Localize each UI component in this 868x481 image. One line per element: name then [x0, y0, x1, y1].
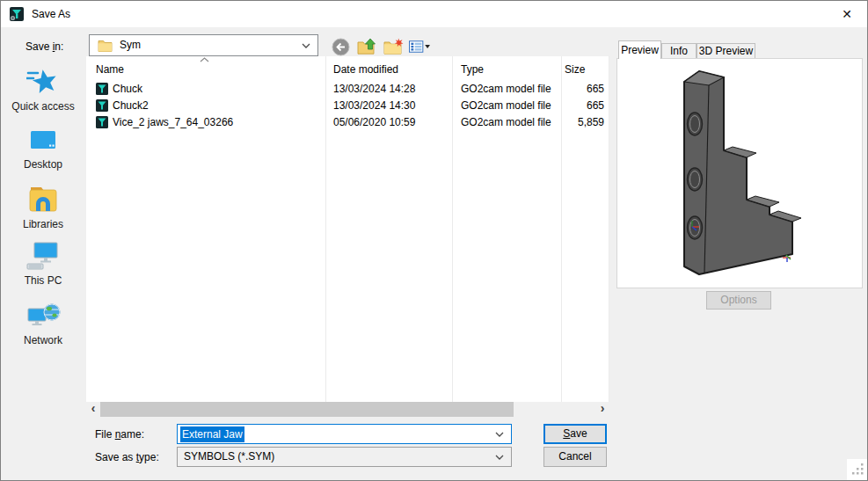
column-header-date-modified[interactable]: Date modified	[333, 63, 398, 76]
go2cam-app-icon	[9, 6, 25, 22]
quick-access-icon	[26, 66, 60, 98]
save-button[interactable]: Save	[543, 424, 607, 444]
save-as-type-value: SYMBOLS (*.SYM)	[184, 448, 274, 466]
chevron-down-icon[interactable]	[302, 43, 310, 48]
sidebar-label: This PC	[25, 274, 62, 287]
file-date-cell: 05/06/2020 10:59	[333, 114, 415, 131]
file-date-cell: 13/03/2024 14:30	[333, 98, 415, 114]
close-icon[interactable]: ✕	[827, 1, 867, 27]
view-menu-icon	[409, 40, 430, 54]
scrollbar-thumb[interactable]	[100, 402, 514, 417]
file-name-label: File name:	[95, 428, 144, 441]
column-header-size[interactable]: Size	[565, 63, 585, 76]
title-bar[interactable]: Save As ✕	[1, 1, 867, 27]
chevron-down-icon[interactable]	[495, 455, 504, 460]
file-row-vice-jaws[interactable]: Vice_2 jaws_7_64_03266 05/06/2020 10:59 …	[86, 114, 609, 131]
chevron-down-icon[interactable]	[495, 432, 504, 437]
back-button[interactable]	[330, 36, 351, 57]
file-type-cell: GO2cam model file	[461, 98, 551, 114]
column-header-name[interactable]: Name	[96, 63, 124, 76]
file-name-cell: Chuck	[96, 81, 142, 98]
desktop-icon	[26, 126, 60, 156]
go2cam-file-icon	[96, 116, 108, 128]
file-name-value[interactable]: External Jaw	[180, 426, 244, 442]
3d-model-preview[interactable]	[617, 59, 862, 288]
sidebar-item-quick-access[interactable]: Quick access	[2, 66, 84, 113]
file-list: Name Date modified Type Size Chuck 13/03…	[86, 56, 609, 417]
scroll-right-icon[interactable]: ›	[595, 402, 609, 417]
save-in-combobox[interactable]: Sym	[89, 34, 318, 56]
view-menu-button[interactable]	[409, 36, 430, 57]
file-type-cell: GO2cam model file	[461, 81, 551, 98]
resize-grip[interactable]	[847, 459, 867, 480]
back-arrow-icon	[332, 38, 350, 56]
column-header-type[interactable]: Type	[461, 63, 484, 76]
save-as-type-label: Save as type:	[95, 451, 159, 463]
file-name-input[interactable]: External Jaw	[177, 424, 512, 444]
sidebar-item-this-pc[interactable]: This PC	[2, 240, 84, 287]
save-in-value: Sym	[120, 35, 141, 55]
go2cam-file-icon	[96, 83, 108, 95]
save-as-dialog: Save As ✕ Save in: Sym	[0, 0, 868, 481]
sidebar-label: Quick access	[11, 100, 74, 113]
navigation-toolbar	[330, 35, 430, 58]
file-name-cell: Chuck2	[96, 98, 149, 114]
sidebar-label: Network	[24, 334, 62, 346]
tab-preview[interactable]: Preview	[618, 40, 661, 59]
options-button[interactable]: Options	[706, 291, 771, 310]
sort-ascending-icon	[200, 57, 209, 62]
horizontal-scrollbar[interactable]: ‹ ›	[86, 402, 609, 417]
preview-pane	[616, 58, 863, 288]
sidebar-item-network[interactable]: Network	[2, 300, 84, 346]
resize-grip-icon	[847, 459, 867, 480]
sidebar-item-libraries[interactable]: Libraries	[2, 184, 84, 230]
file-size-cell: 665	[543, 81, 604, 98]
file-row-chuck2[interactable]: Chuck2 13/03/2024 14:30 GO2cam model fil…	[86, 98, 609, 114]
sidebar-label: Libraries	[23, 218, 63, 230]
save-as-type-select[interactable]: SYMBOLS (*.SYM)	[177, 447, 512, 467]
file-row-chuck[interactable]: Chuck 13/03/2024 14:28 GO2cam model file…	[86, 81, 609, 98]
folder-icon	[98, 39, 113, 52]
cancel-button[interactable]: Cancel	[543, 447, 607, 467]
this-pc-icon	[26, 240, 61, 272]
file-size-cell: 5,859	[543, 114, 604, 131]
tab-3d-preview[interactable]: 3D Preview	[697, 43, 755, 59]
network-icon	[26, 300, 61, 332]
file-type-cell: GO2cam model file	[461, 114, 551, 131]
file-date-cell: 13/03/2024 14:28	[333, 81, 415, 98]
new-folder-icon	[383, 38, 404, 55]
go2cam-file-icon	[96, 99, 108, 112]
sidebar-label: Desktop	[24, 158, 62, 171]
up-one-level-button[interactable]	[356, 36, 377, 57]
tab-info[interactable]: Info	[661, 43, 697, 59]
file-size-cell: 665	[543, 98, 604, 114]
folder-up-icon	[357, 38, 377, 55]
libraries-icon	[26, 184, 60, 215]
sidebar-item-desktop[interactable]: Desktop	[2, 126, 84, 171]
window-title: Save As	[32, 1, 70, 27]
create-new-folder-button[interactable]	[383, 36, 404, 57]
save-in-label: Save in:	[26, 40, 63, 53]
scroll-left-icon[interactable]: ‹	[86, 402, 100, 417]
file-name-cell: Vice_2 jaws_7_64_03266	[96, 114, 233, 131]
